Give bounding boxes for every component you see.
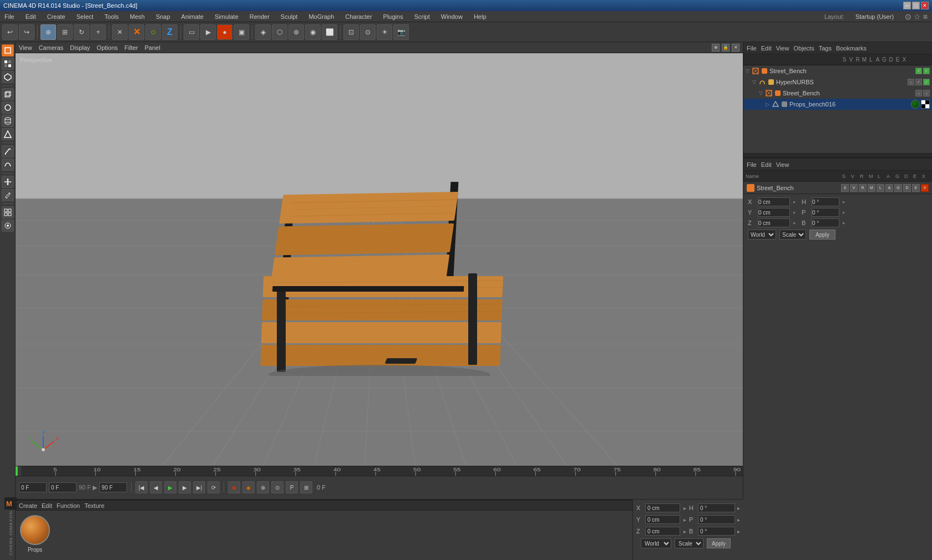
attr-icon-l[interactable]: L: [877, 184, 884, 192]
attr-world-select[interactable]: WorldObject: [748, 230, 776, 240]
move-button[interactable]: [2, 176, 14, 188]
attr-x-input[interactable]: [758, 197, 790, 206]
keyframe-button[interactable]: ◆: [242, 481, 255, 493]
layout-value[interactable]: Startup (User): [853, 12, 896, 21]
render-icon-1[interactable]: ✓: [923, 68, 930, 74]
om-bookmarks[interactable]: Bookmarks: [836, 45, 867, 52]
pos-record-button[interactable]: P: [286, 481, 298, 493]
model-button[interactable]: [2, 44, 14, 57]
obj-props-bench[interactable]: ▷ Props_bench016: [743, 99, 932, 110]
om-tags[interactable]: Tags: [819, 45, 832, 52]
menu-mograph[interactable]: MoGraph: [306, 12, 336, 21]
minimize-button[interactable]: ─: [903, 2, 911, 9]
fullscreen-timeline[interactable]: ⊞: [300, 481, 312, 493]
attr-icon-e[interactable]: E: [912, 184, 920, 192]
om-objects[interactable]: Objects: [793, 45, 814, 52]
rotate-tool-button[interactable]: ↻: [74, 24, 89, 40]
menu-animate[interactable]: Animate: [179, 12, 206, 21]
render-queue-button[interactable]: ●: [217, 24, 232, 40]
visibility-icon-2[interactable]: ○: [908, 79, 914, 85]
vh-filter[interactable]: Filter: [124, 44, 138, 51]
layout-icons[interactable]: ⊙ ☆ ≡: [903, 11, 930, 22]
attr-z-input[interactable]: [758, 218, 790, 227]
mat-create[interactable]: Create: [19, 502, 37, 509]
attr-p-input[interactable]: [812, 208, 839, 217]
viewport-canvas[interactable]: Perspective: [16, 53, 743, 466]
menu-window[interactable]: Window: [439, 12, 465, 21]
attr-apply-button[interactable]: Apply: [809, 230, 835, 240]
om-edit[interactable]: Edit: [761, 45, 772, 52]
render-region-button[interactable]: ▭: [184, 24, 199, 40]
vh-cameras[interactable]: Cameras: [39, 44, 64, 51]
attr-scale-select[interactable]: ScaleSize: [779, 230, 806, 240]
attr-icon-r[interactable]: R: [859, 184, 867, 192]
select-button[interactable]: ✕: [112, 24, 128, 40]
maximize-button[interactable]: □: [912, 2, 920, 9]
zray-button[interactable]: Z: [162, 24, 178, 40]
goto-start-button[interactable]: |◀: [135, 481, 148, 493]
cylinder-button[interactable]: [2, 115, 14, 127]
cube-button[interactable]: [2, 88, 14, 100]
h-rot-input[interactable]: [698, 503, 735, 512]
cone-button[interactable]: [2, 128, 14, 140]
visibility-icon-1[interactable]: ✓: [915, 68, 922, 74]
visibility-icon-3[interactable]: ○: [915, 90, 922, 96]
obj-street-bench-root[interactable]: ▽ Street_Bench ✓ ✓: [743, 65, 932, 77]
array-button[interactable]: ⊡: [343, 24, 359, 40]
x-pos-input[interactable]: [645, 503, 680, 512]
texture-button[interactable]: [2, 58, 14, 70]
mat-texture[interactable]: Texture: [84, 502, 104, 509]
b-rot-input[interactable]: [698, 527, 735, 536]
menu-create[interactable]: Create: [45, 12, 68, 21]
world-select[interactable]: World Object: [641, 538, 671, 548]
scale-select[interactable]: Scale Size: [675, 538, 703, 548]
mat-edit[interactable]: Edit: [42, 502, 52, 509]
material-item-props[interactable]: Props: [20, 515, 50, 553]
menu-select[interactable]: Select: [74, 12, 96, 21]
menu-character[interactable]: Character: [343, 12, 374, 21]
goto-end-button[interactable]: ▶|: [193, 481, 205, 493]
close-button[interactable]: ✕: [921, 2, 929, 9]
frame-input[interactable]: [19, 482, 47, 492]
attr-icon-m[interactable]: M: [868, 184, 875, 192]
smooth-button[interactable]: [2, 159, 14, 171]
play-button[interactable]: ▶: [164, 481, 176, 493]
attr-edit[interactable]: Edit: [761, 161, 772, 168]
vh-panel[interactable]: Panel: [145, 44, 160, 51]
xray-button[interactable]: ✕: [129, 24, 144, 40]
end-frame[interactable]: [99, 482, 127, 492]
vp-maximize[interactable]: ⊕: [712, 44, 720, 52]
menu-render[interactable]: Render: [247, 12, 272, 21]
redo-button[interactable]: ↪: [19, 24, 34, 40]
render-icon-2[interactable]: ✓: [915, 79, 922, 85]
vh-options[interactable]: Options: [97, 44, 118, 51]
check-icon-2[interactable]: ✓: [923, 79, 930, 85]
point-mode-button[interactable]: ◉: [305, 24, 321, 40]
attr-y-input[interactable]: [758, 208, 790, 217]
vh-view[interactable]: View: [19, 44, 32, 51]
y-pos-input[interactable]: [645, 515, 680, 524]
motion-button[interactable]: ⊙: [360, 24, 376, 40]
poly-mode-button[interactable]: ⬡: [272, 24, 287, 40]
move-tool-button[interactable]: ⊕: [40, 24, 56, 40]
attr-icon-g[interactable]: G: [894, 184, 902, 192]
attr-file[interactable]: File: [747, 161, 757, 168]
obj-street-bench-child[interactable]: ▽ Street_Bench ○ ○: [743, 88, 932, 99]
mat-function[interactable]: Function: [57, 502, 80, 509]
om-file[interactable]: File: [747, 45, 757, 52]
sculpt-left-button[interactable]: [2, 220, 14, 232]
menu-help[interactable]: Help: [472, 12, 489, 21]
motion-record-button[interactable]: ⊙: [271, 481, 283, 493]
vp-close[interactable]: ✕: [732, 44, 739, 52]
render-to-picture-button[interactable]: ▣: [234, 24, 249, 40]
undo-button[interactable]: ↩: [2, 24, 18, 40]
paint-button[interactable]: [2, 189, 14, 201]
attr-icon-x[interactable]: ✕: [921, 184, 929, 192]
menu-mesh[interactable]: Mesh: [128, 12, 147, 21]
menu-script[interactable]: Script: [412, 12, 432, 21]
attr-icon-s[interactable]: S: [841, 184, 849, 192]
right-panel-scrollbar[interactable]: [743, 153, 932, 157]
attr-view[interactable]: View: [776, 161, 789, 168]
render-button[interactable]: ▶: [200, 24, 216, 40]
motion-path-button[interactable]: ⊛: [257, 481, 269, 493]
